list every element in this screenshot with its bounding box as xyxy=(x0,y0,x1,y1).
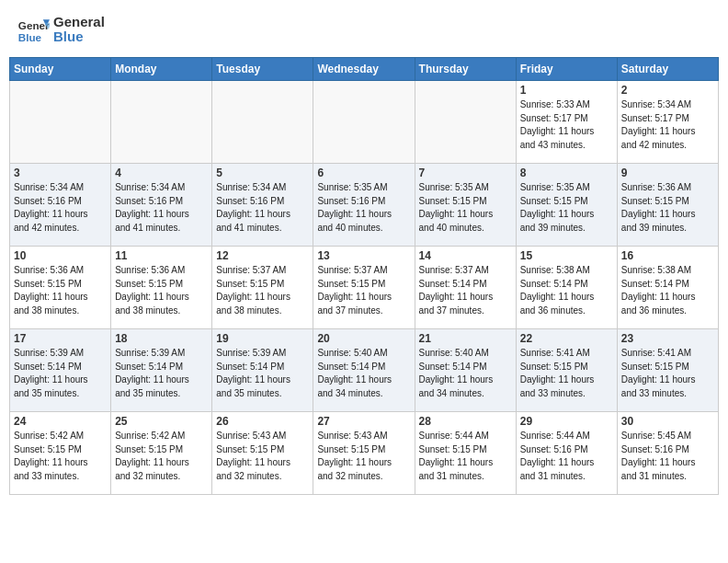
day-info: Sunrise: 5:44 AM Sunset: 5:16 PM Dayligh… xyxy=(520,430,613,483)
calendar-day-11: 11Sunrise: 5:36 AM Sunset: 5:15 PM Dayli… xyxy=(111,247,212,329)
calendar-day-20: 20Sunrise: 5:40 AM Sunset: 5:14 PM Dayli… xyxy=(313,329,415,412)
day-number: 30 xyxy=(621,415,714,428)
calendar-week-4: 17Sunrise: 5:39 AM Sunset: 5:14 PM Dayli… xyxy=(10,329,719,412)
day-header-thursday: Thursday xyxy=(415,58,516,81)
day-info: Sunrise: 5:36 AM Sunset: 5:15 PM Dayligh… xyxy=(115,264,208,317)
calendar-week-3: 10Sunrise: 5:36 AM Sunset: 5:15 PM Dayli… xyxy=(10,247,719,329)
day-info: Sunrise: 5:43 AM Sunset: 5:15 PM Dayligh… xyxy=(317,430,410,483)
svg-text:Blue: Blue xyxy=(18,31,42,43)
day-number: 12 xyxy=(216,249,309,262)
day-number: 24 xyxy=(14,415,107,428)
day-number: 5 xyxy=(216,167,309,179)
calendar-day-14: 14Sunrise: 5:37 AM Sunset: 5:14 PM Dayli… xyxy=(415,247,516,329)
day-number: 23 xyxy=(621,332,714,345)
day-number: 11 xyxy=(115,249,208,262)
day-number: 6 xyxy=(317,167,410,179)
calendar-day-28: 28Sunrise: 5:44 AM Sunset: 5:15 PM Dayli… xyxy=(415,412,516,495)
day-info: Sunrise: 5:34 AM Sunset: 5:16 PM Dayligh… xyxy=(115,181,208,235)
calendar-day-15: 15Sunrise: 5:38 AM Sunset: 5:14 PM Dayli… xyxy=(516,247,617,329)
page-header: General Blue General Blue xyxy=(9,9,719,50)
calendar-day-21: 21Sunrise: 5:40 AM Sunset: 5:14 PM Dayli… xyxy=(415,329,516,412)
day-header-sunday: Sunday xyxy=(10,58,111,81)
calendar-day-5: 5Sunrise: 5:34 AM Sunset: 5:16 PM Daylig… xyxy=(212,164,313,247)
logo-line2: Blue xyxy=(53,29,105,45)
calendar-week-5: 24Sunrise: 5:42 AM Sunset: 5:15 PM Dayli… xyxy=(10,412,719,495)
day-header-friday: Friday xyxy=(516,58,617,81)
day-info: Sunrise: 5:35 AM Sunset: 5:16 PM Dayligh… xyxy=(317,181,410,235)
day-info: Sunrise: 5:41 AM Sunset: 5:15 PM Dayligh… xyxy=(621,347,714,400)
day-number: 25 xyxy=(115,415,208,428)
day-number: 1 xyxy=(520,84,613,97)
day-number: 14 xyxy=(419,249,512,262)
day-info: Sunrise: 5:39 AM Sunset: 5:14 PM Dayligh… xyxy=(14,347,107,400)
day-info: Sunrise: 5:34 AM Sunset: 5:16 PM Dayligh… xyxy=(14,181,107,235)
calendar-day-3: 3Sunrise: 5:34 AM Sunset: 5:16 PM Daylig… xyxy=(10,164,111,247)
day-number: 15 xyxy=(520,249,613,262)
day-info: Sunrise: 5:38 AM Sunset: 5:14 PM Dayligh… xyxy=(520,264,613,317)
day-info: Sunrise: 5:37 AM Sunset: 5:14 PM Dayligh… xyxy=(419,264,512,317)
calendar-day-empty xyxy=(313,81,415,164)
calendar-day-25: 25Sunrise: 5:42 AM Sunset: 5:15 PM Dayli… xyxy=(111,412,212,495)
calendar-header-row: SundayMondayTuesdayWednesdayThursdayFrid… xyxy=(10,58,719,81)
day-info: Sunrise: 5:39 AM Sunset: 5:14 PM Dayligh… xyxy=(216,347,309,400)
day-number: 2 xyxy=(621,84,714,97)
calendar-day-24: 24Sunrise: 5:42 AM Sunset: 5:15 PM Dayli… xyxy=(10,412,111,495)
day-number: 20 xyxy=(317,332,410,345)
day-number: 21 xyxy=(419,332,512,345)
day-info: Sunrise: 5:37 AM Sunset: 5:15 PM Dayligh… xyxy=(216,264,309,317)
calendar-day-empty xyxy=(111,81,212,164)
day-info: Sunrise: 5:39 AM Sunset: 5:14 PM Dayligh… xyxy=(115,347,208,400)
calendar-week-2: 3Sunrise: 5:34 AM Sunset: 5:16 PM Daylig… xyxy=(10,164,719,247)
calendar-day-12: 12Sunrise: 5:37 AM Sunset: 5:15 PM Dayli… xyxy=(212,247,313,329)
day-number: 28 xyxy=(419,415,512,428)
calendar-day-9: 9Sunrise: 5:36 AM Sunset: 5:15 PM Daylig… xyxy=(617,164,718,247)
day-number: 17 xyxy=(14,332,107,345)
day-info: Sunrise: 5:38 AM Sunset: 5:14 PM Dayligh… xyxy=(621,264,714,317)
calendar-day-16: 16Sunrise: 5:38 AM Sunset: 5:14 PM Dayli… xyxy=(617,247,718,329)
calendar-day-8: 8Sunrise: 5:35 AM Sunset: 5:15 PM Daylig… xyxy=(516,164,617,247)
day-number: 29 xyxy=(520,415,613,428)
day-number: 10 xyxy=(14,249,107,262)
calendar-day-18: 18Sunrise: 5:39 AM Sunset: 5:14 PM Dayli… xyxy=(111,329,212,412)
logo-icon: General Blue xyxy=(17,13,50,46)
day-info: Sunrise: 5:35 AM Sunset: 5:15 PM Dayligh… xyxy=(520,181,613,235)
day-number: 8 xyxy=(520,167,613,179)
day-header-monday: Monday xyxy=(111,58,212,81)
calendar-day-1: 1Sunrise: 5:33 AM Sunset: 5:17 PM Daylig… xyxy=(516,81,617,164)
calendar-day-22: 22Sunrise: 5:41 AM Sunset: 5:15 PM Dayli… xyxy=(516,329,617,412)
logo: General Blue General Blue xyxy=(17,13,105,46)
calendar-day-30: 30Sunrise: 5:45 AM Sunset: 5:16 PM Dayli… xyxy=(617,412,718,495)
calendar-day-29: 29Sunrise: 5:44 AM Sunset: 5:16 PM Dayli… xyxy=(516,412,617,495)
day-info: Sunrise: 5:45 AM Sunset: 5:16 PM Dayligh… xyxy=(621,430,714,483)
calendar-day-17: 17Sunrise: 5:39 AM Sunset: 5:14 PM Dayli… xyxy=(10,329,111,412)
day-header-tuesday: Tuesday xyxy=(212,58,313,81)
day-info: Sunrise: 5:34 AM Sunset: 5:16 PM Dayligh… xyxy=(216,181,309,235)
calendar-day-empty xyxy=(212,81,313,164)
day-info: Sunrise: 5:40 AM Sunset: 5:14 PM Dayligh… xyxy=(419,347,512,400)
logo-line1: General xyxy=(53,15,105,30)
calendar-day-empty xyxy=(415,81,516,164)
day-info: Sunrise: 5:34 AM Sunset: 5:17 PM Dayligh… xyxy=(621,98,714,152)
day-number: 18 xyxy=(115,332,208,345)
day-number: 13 xyxy=(317,249,410,262)
calendar-day-19: 19Sunrise: 5:39 AM Sunset: 5:14 PM Dayli… xyxy=(212,329,313,412)
calendar-day-27: 27Sunrise: 5:43 AM Sunset: 5:15 PM Dayli… xyxy=(313,412,415,495)
calendar-day-2: 2Sunrise: 5:34 AM Sunset: 5:17 PM Daylig… xyxy=(617,81,718,164)
day-number: 22 xyxy=(520,332,613,345)
calendar-day-13: 13Sunrise: 5:37 AM Sunset: 5:15 PM Dayli… xyxy=(313,247,415,329)
day-number: 7 xyxy=(419,167,512,179)
day-number: 26 xyxy=(216,415,309,428)
day-info: Sunrise: 5:36 AM Sunset: 5:15 PM Dayligh… xyxy=(14,264,107,317)
day-info: Sunrise: 5:42 AM Sunset: 5:15 PM Dayligh… xyxy=(115,430,208,483)
day-number: 9 xyxy=(621,167,714,179)
day-number: 27 xyxy=(317,415,410,428)
day-header-saturday: Saturday xyxy=(617,58,718,81)
day-info: Sunrise: 5:44 AM Sunset: 5:15 PM Dayligh… xyxy=(419,430,512,483)
day-number: 4 xyxy=(115,167,208,179)
day-number: 16 xyxy=(621,249,714,262)
day-info: Sunrise: 5:41 AM Sunset: 5:15 PM Dayligh… xyxy=(520,347,613,400)
day-info: Sunrise: 5:43 AM Sunset: 5:15 PM Dayligh… xyxy=(216,430,309,483)
calendar-table: SundayMondayTuesdayWednesdayThursdayFrid… xyxy=(9,57,719,495)
calendar-day-10: 10Sunrise: 5:36 AM Sunset: 5:15 PM Dayli… xyxy=(10,247,111,329)
day-info: Sunrise: 5:35 AM Sunset: 5:15 PM Dayligh… xyxy=(419,181,512,235)
